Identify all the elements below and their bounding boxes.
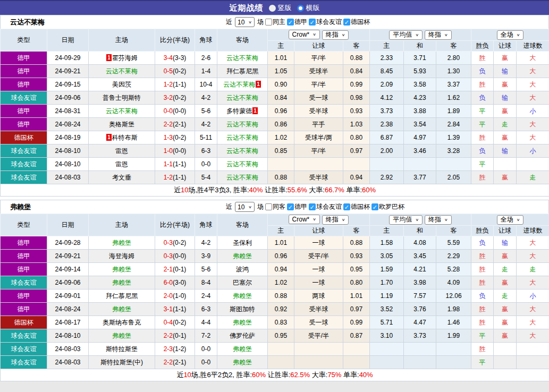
title-bar: 近期战绩 竖版 横版 (0, 0, 549, 15)
league-filter-label[interactable]: 球会友谊 (316, 18, 342, 27)
handicap-odds-group: Crow*∨终指∨ (268, 29, 370, 41)
league-checkbox[interactable]: ✓ (287, 19, 294, 25)
sub-header-result-outcome: 胜负 (471, 41, 494, 52)
league-checkbox[interactable]: ✓ (371, 203, 378, 210)
final-odds-select[interactable]: 终指∨ (322, 215, 349, 225)
average-odds-select-label[interactable]: 平均值 (393, 30, 412, 39)
same-venue-checkbox[interactable] (265, 19, 272, 25)
match-count-select[interactable]: 10∨ (235, 17, 255, 27)
match-count-value[interactable]: 10 (238, 19, 244, 26)
match-count-value[interactable]: 10 (238, 203, 244, 211)
result-outcome-cell: 平 (471, 118, 494, 131)
avg-home-odds: 3.73 (370, 105, 404, 118)
final-odds-select-label[interactable]: 终指 (428, 30, 441, 39)
league-type-cell: 球会友谊 (1, 171, 47, 184)
league-filter-label[interactable]: 德甲 (294, 202, 307, 211)
final-odds-select-label[interactable]: 终指 (326, 215, 339, 224)
half-time-score: (3-0) (173, 279, 186, 286)
summary-segment: 66.7% (325, 186, 344, 194)
final-odds-select-label[interactable]: 终指 (428, 215, 441, 224)
league-filter[interactable]: ✓球会友谊 (309, 18, 342, 27)
same-venue-filter[interactable]: 同主 (265, 18, 285, 27)
league-checkbox[interactable]: ✓ (287, 203, 294, 210)
same-venue-filter[interactable]: 同客 (265, 202, 285, 211)
home-team-cell: 弗赖堡 (89, 236, 155, 250)
team-section: 云达不莱梅近10∨场同主✓德甲✓球会友谊✓德国杯类型日期主场比分(半场)角球客场… (0, 15, 549, 197)
odds-company-select-label[interactable]: Crow* (292, 31, 310, 38)
corners-cell: 5-6 (195, 105, 217, 118)
sub-header-handicap-line: 让球 (294, 226, 343, 236)
score-cell: 0-3(0-0) (155, 250, 195, 263)
final-odds-select-label[interactable]: 终指 (326, 30, 339, 39)
league-filter[interactable]: ✓欧罗巴杯 (371, 202, 404, 211)
odds-company-select[interactable]: Crow*∨ (289, 30, 320, 39)
corners-cell: 5-11 (195, 131, 217, 144)
league-filter[interactable]: ✓德甲 (287, 18, 307, 27)
league-checkbox[interactable]: ✓ (343, 203, 350, 210)
team-label: 弗赖堡 (112, 279, 131, 286)
league-checkbox[interactable]: ✓ (309, 203, 316, 210)
match-row: 德甲24-09-21云达不莱梅0-5(0-2)1-4拜仁慕尼黑1.05受球半0.… (1, 65, 549, 78)
full-match-scope-select[interactable]: 全场∨ (497, 30, 524, 40)
match-row: 球会友谊24-08-03斯特拉斯堡(中)2-2(2-1)0-0弗赖堡平 (1, 356, 549, 369)
same-venue-checkbox[interactable] (265, 203, 272, 210)
team-label: 云达不莱梅 (226, 121, 258, 128)
average-odds-select-label[interactable]: 平均值 (393, 215, 412, 224)
full-match-scope-select[interactable]: 全场∨ (497, 215, 524, 225)
layout-horizontal-label[interactable]: 横版 (306, 3, 320, 13)
layout-vertical-radio[interactable]: 竖版 (269, 3, 292, 13)
full-match-scope-select-label[interactable]: 全场 (501, 30, 513, 39)
home-team-cell: 奥格斯堡 (89, 118, 155, 131)
league-filter[interactable]: ✓德甲 (287, 202, 307, 211)
away-team-cell: 弗赖堡 (217, 316, 268, 329)
radio-icon[interactable] (269, 5, 276, 12)
league-filter-label[interactable]: 德国杯 (351, 18, 370, 27)
away-team-cell: 弗赖堡 (217, 356, 268, 369)
odds-company-select-label[interactable]: Crow* (292, 216, 310, 223)
final-odds-select[interactable]: 终指∨ (322, 30, 349, 40)
corners-cell: 8-4 (195, 276, 217, 289)
handicap-home-odds: 0.94 (268, 263, 294, 276)
match-count-select[interactable]: 10∨ (235, 202, 255, 212)
league-filter-label[interactable]: 德甲 (294, 18, 307, 27)
league-filter-label[interactable]: 欧罗巴杯 (379, 202, 404, 211)
average-odds-group: 平均值∨终指∨ (370, 214, 471, 226)
league-filter-label[interactable]: 球会友谊 (316, 202, 342, 211)
sub-header-handicap-line: 让球 (294, 41, 343, 52)
average-odds-select[interactable]: 平均值∨ (389, 215, 423, 225)
col-header-3: 比分(半场) (155, 29, 195, 52)
match-date-cell: 24-08-24 (47, 303, 89, 316)
avg-home-odds (370, 356, 404, 369)
handicap-line (294, 356, 343, 369)
average-odds-select[interactable]: 平均值∨ (389, 30, 423, 40)
full-match-scope-select-label[interactable]: 全场 (501, 215, 513, 224)
sub-header-handicap-away: 客 (343, 226, 370, 236)
radio-icon[interactable] (297, 5, 304, 12)
corners-cell: 10-4 (195, 78, 217, 91)
league-type-cell: 德国杯 (1, 316, 47, 329)
league-type-cell: 德甲 (1, 65, 47, 78)
league-filter[interactable]: ✓德国杯 (343, 18, 370, 27)
result-outcome-cell: 平 (471, 356, 494, 369)
summary-segment: 近 (174, 186, 181, 194)
same-venue-label[interactable]: 同主 (273, 18, 285, 27)
result-handicap-cell: 赢 (494, 250, 517, 263)
league-filter-label[interactable]: 德国杯 (351, 202, 370, 211)
league-checkbox[interactable]: ✓ (343, 19, 350, 25)
league-type-cell: 德甲 (1, 236, 47, 250)
full-time-score: 2-2 (164, 332, 173, 339)
league-type-cell: 德甲 (1, 250, 47, 263)
same-venue-label[interactable]: 同客 (273, 202, 285, 211)
avg-home-odds: 8.45 (370, 65, 404, 78)
layout-horizontal-radio[interactable]: 横版 (297, 3, 320, 13)
match-row: 德甲24-09-28弗赖堡0-3(0-2)4-2圣保利1.01一球0.881.5… (1, 236, 549, 250)
layout-vertical-label[interactable]: 竖版 (278, 3, 292, 13)
league-filter[interactable]: ✓球会友谊 (309, 202, 342, 211)
result-outcome-cell: 胜 (471, 316, 494, 329)
final-odds-select[interactable]: 终指∨ (425, 215, 452, 225)
odds-company-select[interactable]: Crow*∨ (289, 215, 320, 224)
league-filter[interactable]: ✓德国杯 (343, 202, 370, 211)
league-checkbox[interactable]: ✓ (309, 19, 316, 25)
half-time-score: (0-1) (173, 332, 186, 339)
final-odds-select[interactable]: 终指∨ (425, 30, 452, 40)
